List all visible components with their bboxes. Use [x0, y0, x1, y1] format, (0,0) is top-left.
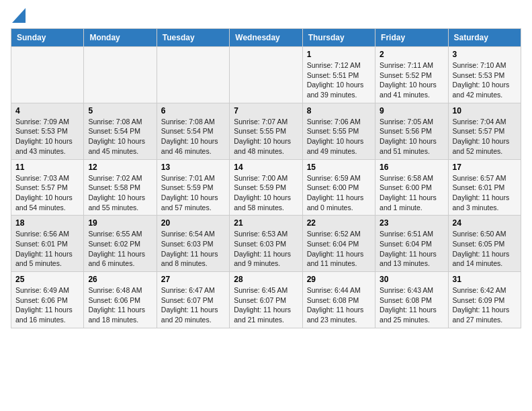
calendar-cell: 15Sunrise: 6:59 AMSunset: 6:00 PMDayligh… — [302, 159, 375, 216]
day-number: 9 — [380, 106, 443, 116]
day-number: 5 — [88, 106, 152, 116]
day-number: 11 — [15, 163, 79, 172]
calendar-cell: 19Sunrise: 6:55 AMSunset: 6:02 PMDayligh… — [84, 216, 157, 272]
calendar-cell: 18Sunrise: 6:56 AMSunset: 6:01 PMDayligh… — [11, 216, 84, 272]
week-row-4: 18Sunrise: 6:56 AMSunset: 6:01 PMDayligh… — [11, 216, 521, 272]
calendar-cell: 20Sunrise: 6:54 AMSunset: 6:03 PMDayligh… — [157, 216, 229, 272]
day-number: 4 — [15, 106, 79, 116]
days-of-week-row: SundayMondayTuesdayWednesdayThursdayFrid… — [11, 29, 521, 47]
calendar-cell: 28Sunrise: 6:45 AMSunset: 6:07 PMDayligh… — [230, 272, 302, 328]
calendar-cell: 12Sunrise: 7:02 AMSunset: 5:58 PMDayligh… — [84, 159, 157, 216]
day-info: Sunrise: 6:59 AMSunset: 6:00 PMDaylight:… — [307, 173, 371, 213]
calendar-cell: 14Sunrise: 7:00 AMSunset: 5:59 PMDayligh… — [230, 159, 302, 216]
day-info: Sunrise: 7:03 AMSunset: 5:57 PMDaylight:… — [15, 173, 79, 213]
day-info: Sunrise: 6:53 AMSunset: 6:03 PMDaylight:… — [234, 229, 298, 269]
logo-triangle-icon — [12, 8, 26, 23]
day-info: Sunrise: 6:54 AMSunset: 6:03 PMDaylight:… — [161, 229, 225, 269]
dow-header-friday: Friday — [375, 29, 448, 47]
day-number: 8 — [307, 106, 371, 116]
calendar-body: 1Sunrise: 7:12 AMSunset: 5:51 PMDaylight… — [11, 47, 521, 328]
calendar-cell: 2Sunrise: 7:11 AMSunset: 5:52 PMDaylight… — [375, 47, 448, 103]
calendar-cell: 16Sunrise: 6:58 AMSunset: 6:00 PMDayligh… — [375, 159, 448, 216]
day-number: 27 — [161, 275, 225, 284]
day-info: Sunrise: 7:08 AMSunset: 5:54 PMDaylight:… — [88, 117, 152, 156]
week-row-3: 11Sunrise: 7:03 AMSunset: 5:57 PMDayligh… — [11, 159, 521, 216]
dow-header-wednesday: Wednesday — [230, 29, 302, 47]
day-info: Sunrise: 6:57 AMSunset: 6:01 PMDaylight:… — [453, 173, 517, 213]
day-number: 30 — [380, 275, 443, 284]
day-info: Sunrise: 6:49 AMSunset: 6:06 PMDaylight:… — [15, 285, 79, 325]
day-number: 24 — [453, 218, 517, 228]
day-info: Sunrise: 7:06 AMSunset: 5:55 PMDaylight:… — [307, 117, 371, 156]
calendar-cell: 5Sunrise: 7:08 AMSunset: 5:54 PMDaylight… — [84, 103, 157, 159]
day-info: Sunrise: 6:43 AMSunset: 6:08 PMDaylight:… — [380, 285, 443, 325]
svg-marker-0 — [12, 8, 26, 23]
dow-header-sunday: Sunday — [11, 29, 84, 47]
logo — [11, 11, 26, 20]
day-info: Sunrise: 7:04 AMSunset: 5:57 PMDaylight:… — [453, 117, 517, 156]
day-number: 1 — [307, 50, 371, 59]
day-number: 15 — [307, 163, 371, 172]
day-info: Sunrise: 6:48 AMSunset: 6:06 PMDaylight:… — [88, 285, 152, 325]
day-info: Sunrise: 7:12 AMSunset: 5:51 PMDaylight:… — [307, 60, 371, 100]
calendar-cell: 13Sunrise: 7:01 AMSunset: 5:59 PMDayligh… — [157, 159, 229, 216]
day-info: Sunrise: 7:00 AMSunset: 5:59 PMDaylight:… — [234, 173, 298, 213]
day-number: 21 — [234, 218, 298, 228]
calendar-cell: 11Sunrise: 7:03 AMSunset: 5:57 PMDayligh… — [11, 159, 84, 216]
day-info: Sunrise: 6:55 AMSunset: 6:02 PMDaylight:… — [88, 229, 152, 269]
day-info: Sunrise: 6:56 AMSunset: 6:01 PMDaylight:… — [15, 229, 79, 269]
calendar-cell — [84, 47, 157, 103]
calendar-cell — [157, 47, 229, 103]
day-number: 20 — [161, 218, 225, 228]
day-number: 19 — [88, 218, 152, 228]
day-info: Sunrise: 7:02 AMSunset: 5:58 PMDaylight:… — [88, 173, 152, 213]
calendar-cell: 30Sunrise: 6:43 AMSunset: 6:08 PMDayligh… — [375, 272, 448, 328]
calendar-cell: 23Sunrise: 6:51 AMSunset: 6:04 PMDayligh… — [375, 216, 448, 272]
day-number: 18 — [15, 218, 79, 228]
calendar-cell: 22Sunrise: 6:52 AMSunset: 6:04 PMDayligh… — [302, 216, 375, 272]
day-info: Sunrise: 7:01 AMSunset: 5:59 PMDaylight:… — [161, 173, 225, 213]
day-info: Sunrise: 6:51 AMSunset: 6:04 PMDaylight:… — [380, 229, 443, 269]
day-info: Sunrise: 6:47 AMSunset: 6:07 PMDaylight:… — [161, 285, 225, 325]
day-info: Sunrise: 7:08 AMSunset: 5:54 PMDaylight:… — [161, 117, 225, 156]
calendar-cell: 4Sunrise: 7:09 AMSunset: 5:53 PMDaylight… — [11, 103, 84, 159]
day-info: Sunrise: 7:05 AMSunset: 5:56 PMDaylight:… — [380, 117, 443, 156]
dow-header-saturday: Saturday — [448, 29, 521, 47]
week-row-5: 25Sunrise: 6:49 AMSunset: 6:06 PMDayligh… — [11, 272, 521, 328]
day-number: 12 — [88, 163, 152, 172]
page-header — [11, 11, 521, 20]
day-number: 23 — [380, 218, 443, 228]
calendar-cell: 7Sunrise: 7:07 AMSunset: 5:55 PMDaylight… — [230, 103, 302, 159]
calendar-cell: 9Sunrise: 7:05 AMSunset: 5:56 PMDaylight… — [375, 103, 448, 159]
day-number: 13 — [161, 163, 225, 172]
day-number: 7 — [234, 106, 298, 116]
calendar-cell: 10Sunrise: 7:04 AMSunset: 5:57 PMDayligh… — [448, 103, 521, 159]
week-row-1: 1Sunrise: 7:12 AMSunset: 5:51 PMDaylight… — [11, 47, 521, 103]
day-info: Sunrise: 7:07 AMSunset: 5:55 PMDaylight:… — [234, 117, 298, 156]
day-info: Sunrise: 6:50 AMSunset: 6:05 PMDaylight:… — [453, 229, 517, 269]
calendar-cell: 25Sunrise: 6:49 AMSunset: 6:06 PMDayligh… — [11, 272, 84, 328]
day-number: 16 — [380, 163, 443, 172]
calendar-cell: 8Sunrise: 7:06 AMSunset: 5:55 PMDaylight… — [302, 103, 375, 159]
calendar-cell: 21Sunrise: 6:53 AMSunset: 6:03 PMDayligh… — [230, 216, 302, 272]
day-number: 3 — [453, 50, 517, 59]
calendar-table: SundayMondayTuesdayWednesdayThursdayFrid… — [11, 28, 521, 328]
day-info: Sunrise: 7:09 AMSunset: 5:53 PMDaylight:… — [15, 117, 79, 156]
calendar-cell: 24Sunrise: 6:50 AMSunset: 6:05 PMDayligh… — [448, 216, 521, 272]
calendar-cell — [11, 47, 84, 103]
day-number: 26 — [88, 275, 152, 284]
day-number: 2 — [380, 50, 443, 59]
day-info: Sunrise: 7:11 AMSunset: 5:52 PMDaylight:… — [380, 60, 443, 100]
day-number: 25 — [15, 275, 79, 284]
day-number: 6 — [161, 106, 225, 116]
day-number: 29 — [307, 275, 371, 284]
day-number: 10 — [453, 106, 517, 116]
calendar-cell: 29Sunrise: 6:44 AMSunset: 6:08 PMDayligh… — [302, 272, 375, 328]
dow-header-thursday: Thursday — [302, 29, 375, 47]
day-info: Sunrise: 7:10 AMSunset: 5:53 PMDaylight:… — [453, 60, 517, 100]
day-number: 17 — [453, 163, 517, 172]
day-info: Sunrise: 6:52 AMSunset: 6:04 PMDaylight:… — [307, 229, 371, 269]
calendar-cell: 31Sunrise: 6:42 AMSunset: 6:09 PMDayligh… — [448, 272, 521, 328]
dow-header-tuesday: Tuesday — [157, 29, 229, 47]
day-info: Sunrise: 6:58 AMSunset: 6:00 PMDaylight:… — [380, 173, 443, 213]
